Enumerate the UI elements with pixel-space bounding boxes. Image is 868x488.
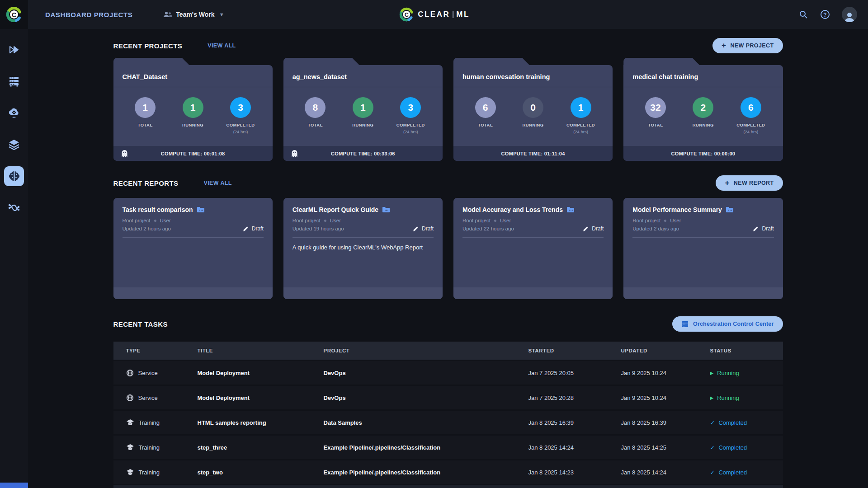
project-name: ag_news_dataset	[283, 65, 443, 87]
report-card[interactable]: Model Performance Summary Root project U…	[623, 198, 783, 299]
new-report-button[interactable]: + NEW REPORT	[716, 175, 783, 191]
table-row[interactable]: Training HTML samples reporting Data Sam…	[113, 411, 783, 434]
status-badge: ✓Completed	[710, 469, 783, 476]
col-type[interactable]: TYPE	[126, 348, 198, 353]
status-badge: ▶Running	[710, 394, 783, 401]
new-project-button[interactable]: + NEW PROJECT	[712, 38, 783, 53]
wordmark-ml: ML	[456, 10, 470, 19]
brain-icon	[8, 170, 20, 182]
col-updated[interactable]: UPDATED	[621, 348, 710, 353]
folder-tab	[453, 58, 529, 65]
project-card[interactable]: human convesation training 6 TOTAL 0 RUN…	[453, 58, 613, 161]
table-row[interactable]: Service Model Deployment DevOps Jan 7 20…	[113, 361, 783, 385]
stat-completed: 1 COMPLETED (24 hrs)	[560, 97, 602, 134]
report-updated: Updated 2 hours ago	[123, 226, 171, 231]
stat-total: 1 TOTAL	[124, 97, 166, 134]
report-project: Root project	[292, 218, 321, 223]
workspace-selector[interactable]: Team's Work ▼	[163, 11, 224, 18]
top-bar: C DASHBOARD PROJECTS Team's Work ▼ C CLE…	[0, 0, 868, 29]
ghost-icon	[121, 150, 128, 158]
report-card[interactable]: ClearML Report Quick Guide Root project …	[283, 198, 443, 299]
app-logo[interactable]: C	[0, 0, 28, 29]
project-name: CHAT_Dataset	[113, 65, 273, 87]
report-title: ClearML Report Quick Guide	[292, 206, 378, 213]
clearml-logo-icon: C	[5, 5, 23, 23]
col-started[interactable]: STARTED	[528, 348, 621, 353]
compute-time: COMPUTE TIME: 01:11:04	[453, 151, 613, 156]
compute-time: COMPUTE TIME: 00:00:00	[623, 151, 783, 156]
sidebar-item-datasets[interactable]	[4, 135, 24, 155]
col-project[interactable]: PROJECT	[324, 348, 528, 353]
project-name: medical chat training	[623, 65, 783, 87]
table-row[interactable]: Training step_two Example Pipeline/.pipe…	[113, 460, 783, 484]
report-title: Model Accuracy and Loss Trends	[462, 206, 563, 213]
sidebar-item-projects[interactable]	[4, 40, 24, 60]
user-avatar[interactable]	[842, 7, 857, 22]
report-card[interactable]: Task result comparison Root project User…	[113, 198, 273, 299]
project-cards-row: CHAT_Dataset 1 TOTAL 1 RUNNING 3 COMPLET…	[113, 58, 783, 161]
sidebar-item-workers-queues[interactable]	[4, 71, 24, 91]
workspace-name: Team's Work	[176, 11, 214, 18]
report-card[interactable]: Model Accuracy and Loss Trends Root proj…	[453, 198, 613, 299]
report-updated: Updated 19 hours ago	[292, 226, 344, 231]
report-folder-icon	[382, 206, 390, 213]
report-status-badge: Draft	[753, 225, 774, 232]
compute-time: COMPUTE TIME: 00:33:06	[283, 151, 443, 156]
project-card[interactable]: ag_news_dataset 8 TOTAL 1 RUNNING 3 COMP…	[283, 58, 443, 161]
table-row-partial	[113, 485, 783, 488]
double-play-icon	[8, 44, 20, 55]
compute-time: COMPUTE TIME: 00:01:08	[113, 151, 273, 156]
status-badge: ▶Running	[710, 370, 783, 376]
divider	[292, 237, 434, 238]
project-card[interactable]: CHAT_Dataset 1 TOTAL 1 RUNNING 3 COMPLET…	[113, 58, 273, 161]
sidebar-item-models[interactable]	[4, 166, 24, 186]
folder-tab	[623, 58, 699, 65]
table-header-row: TYPE TITLE PROJECT STARTED UPDATED STATU…	[113, 342, 783, 360]
stat-running: 2 RUNNING	[682, 97, 724, 134]
projects-view-all-link[interactable]: VIEW ALL	[208, 42, 236, 49]
project-card[interactable]: medical chat training 32 TOTAL 2 RUNNING…	[623, 58, 783, 161]
cloud-gear-icon	[8, 107, 20, 119]
sidebar-item-pipelines[interactable]	[4, 198, 24, 218]
search-icon[interactable]	[798, 9, 808, 19]
page-title: DASHBOARD PROJECTS	[45, 11, 132, 19]
service-globe-icon	[126, 394, 134, 402]
col-title[interactable]: TITLE	[198, 348, 324, 353]
check-icon: ✓	[710, 444, 715, 451]
recent-projects-heading: RECENT PROJECTS	[113, 42, 183, 50]
pencil-icon	[413, 226, 419, 232]
divider	[123, 237, 264, 238]
chevron-down-icon: ▼	[219, 12, 224, 17]
col-status[interactable]: STATUS	[710, 348, 783, 353]
training-icon	[126, 419, 134, 426]
wordmark-clear: CLEAR	[418, 10, 450, 19]
report-author: User	[160, 218, 171, 223]
report-card-footer	[623, 287, 783, 299]
ghost-icon	[291, 150, 298, 158]
dot-separator	[324, 220, 326, 222]
clearml-logo-icon: C	[398, 6, 415, 23]
help-icon[interactable]: ?	[820, 9, 830, 19]
orchestration-control-center-button[interactable]: Orchestration Control Center	[672, 316, 783, 332]
report-project: Root project	[462, 218, 491, 223]
dot-separator	[494, 220, 496, 222]
report-folder-icon	[197, 206, 205, 213]
table-row[interactable]: Training step_three Example Pipeline/.pi…	[113, 436, 783, 459]
folder-tab	[113, 58, 189, 65]
wordmark-divider	[453, 11, 453, 18]
table-row[interactable]: Service Model Deployment DevOps Jan 7 20…	[113, 386, 783, 409]
reports-view-all-link[interactable]: VIEW ALL	[203, 180, 231, 186]
clearml-wordmark: C CLEAR ML	[398, 0, 470, 29]
pencil-icon	[753, 226, 759, 232]
stat-total: 8 TOTAL	[294, 97, 336, 134]
sidebar-item-applications[interactable]	[4, 103, 24, 123]
sidebar-scroll-indicator[interactable]	[0, 483, 28, 488]
report-folder-icon	[566, 206, 575, 213]
report-description: A quick guide for using ClearML's WebApp…	[292, 244, 434, 251]
service-globe-icon	[126, 369, 134, 377]
report-author: User	[330, 218, 341, 223]
folder-tab	[283, 58, 359, 65]
report-status-badge: Draft	[243, 225, 264, 232]
report-author: User	[670, 218, 681, 223]
stat-running: 1 RUNNING	[172, 97, 214, 134]
